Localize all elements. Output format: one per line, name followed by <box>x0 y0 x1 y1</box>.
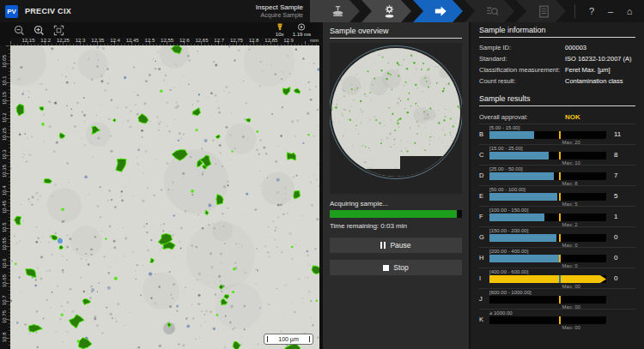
class-bar-zone: [15.00 - 25.00]Max: 10 <box>489 145 606 165</box>
class-range-label: [400.00 - 600.00] <box>489 269 528 274</box>
micrograph-image[interactable]: 100 µm <box>10 45 319 349</box>
zoom-in-icon <box>33 25 45 36</box>
info-label: Standard: <box>479 55 565 63</box>
class-count: 7 <box>606 165 635 185</box>
workflow-step-subtitle: Acquire Sample <box>256 12 303 19</box>
workflow-step-report <box>516 0 566 22</box>
limit-marker <box>559 193 561 201</box>
h-ruler: mm 12.1512.212.2512.312.3512.412.4512.51… <box>10 38 319 45</box>
class-bar-zone: [5.00 - 15.00]Max: 20 <box>489 124 606 144</box>
fit-to-view-icon <box>53 25 64 36</box>
class-range-label: [600.00 - 1000.00] <box>489 290 532 295</box>
sample-overview-map[interactable] <box>330 43 462 194</box>
v-ruler-label: 10.2 <box>2 112 7 123</box>
class-range-label: [5.00 - 15.00] <box>489 125 519 130</box>
class-bar-track <box>489 193 606 201</box>
h-ruler-label: 12.5 <box>145 38 155 43</box>
class-bar-fill <box>489 214 544 221</box>
h-ruler-label: 12.9 <box>283 38 294 43</box>
class-count: 0 <box>606 248 635 268</box>
class-count <box>606 289 635 309</box>
stop-label: Stop <box>393 263 409 272</box>
limit-marker <box>559 214 561 221</box>
zoom-out-button[interactable] <box>12 24 26 37</box>
class-bar-zone: [100.00 - 150.00]Max: 2 <box>489 207 606 226</box>
report-icon <box>537 4 551 19</box>
class-letter: G <box>479 227 489 247</box>
class-bar-zone: [50.00 - 100.00]Max: 5 <box>489 186 606 206</box>
exposure-indicator: 1.19 ms <box>293 23 311 37</box>
class-bar-fill <box>489 152 549 159</box>
objective-indicator: 10x <box>276 23 284 37</box>
info-value: 000003 <box>565 44 586 51</box>
class-count: 0 <box>606 227 635 247</box>
pause-icon <box>380 242 386 249</box>
class-bar-track <box>489 131 606 139</box>
limit-marker <box>559 152 561 159</box>
class-range-label: ≥ 1000.00 <box>489 310 513 316</box>
fit-to-view-button[interactable] <box>52 24 65 37</box>
class-row: B[5.00 - 15.00]Max: 2011 <box>479 123 635 144</box>
class-letter: C <box>479 145 489 165</box>
workflow-step-acquire[interactable] <box>413 0 463 22</box>
help-button[interactable]: ? <box>584 6 599 16</box>
v-ruler-label: 10.35 <box>2 165 7 178</box>
class-rows: B[5.00 - 15.00]Max: 2011C[15.00 - 25.00]… <box>479 123 635 329</box>
workflow-step-settings[interactable] <box>361 0 411 22</box>
class-row: H[200.00 - 400.00]Max: 00 <box>479 247 635 268</box>
h-ruler-label: 12.7 <box>214 38 224 43</box>
class-row: K≥ 1000.00Max: 00 <box>479 309 635 329</box>
class-bar-zone: ≥ 1000.00Max: 00 <box>489 310 606 329</box>
acquisition-status: Acquiring sample... <box>330 200 462 208</box>
class-row: J[600.00 - 1000.00]Max: 00 <box>479 288 635 309</box>
class-bar-track <box>489 255 606 262</box>
class-range-label: [100.00 - 150.00] <box>489 208 528 213</box>
minimize-button[interactable]: – <box>603 6 618 16</box>
h-ruler-label: 12.55 <box>161 38 173 43</box>
overall-approval-row: Overall approval: NOK <box>479 111 635 123</box>
class-bar-zone: [600.00 - 1000.00]Max: 00 <box>489 289 606 309</box>
home-button[interactable]: ⌂ <box>622 6 637 16</box>
h-ruler-label: 12.4 <box>110 38 120 43</box>
workflow-step-label: Inspect Sample Acquire Sample <box>256 3 303 18</box>
sample-results-panel: Sample information Sample ID:000003Stand… <box>471 22 644 349</box>
class-range-label: [150.00 - 200.00] <box>489 228 528 233</box>
class-bar-fill <box>489 131 534 139</box>
limit-marker <box>559 131 561 139</box>
class-bar-track <box>489 152 606 159</box>
class-letter: D <box>479 165 489 185</box>
h-ruler-label: 12.45 <box>126 38 139 43</box>
v-ruler: 10.0510.110.1510.210.2510.310.3510.410.4… <box>0 45 10 349</box>
overall-approval-value: NOK <box>565 113 580 121</box>
viewer-toolbar: 10x 1.19 ms <box>0 22 319 38</box>
class-count: 5 <box>606 186 635 206</box>
pause-button[interactable]: Pause <box>330 238 462 253</box>
class-bar-track <box>489 316 606 324</box>
h-ruler-label: 12.35 <box>91 38 104 43</box>
class-letter: J <box>479 289 489 309</box>
zoom-in-button[interactable] <box>32 24 46 37</box>
info-row: Classification measurement:Feret Max. [µ… <box>479 64 635 75</box>
limit-marker <box>559 316 561 324</box>
class-row: F[100.00 - 150.00]Max: 21 <box>479 206 635 226</box>
class-row: D[25.00 - 50.00]Max: 87 <box>479 165 635 185</box>
app-title: PRECIV CIX <box>25 7 71 15</box>
class-count: 11 <box>606 124 635 144</box>
class-letter: B <box>479 124 489 144</box>
stop-button[interactable]: Stop <box>330 260 462 275</box>
class-bar-zone: [25.00 - 50.00]Max: 8 <box>489 165 606 185</box>
info-row: Count result:Contamination class <box>479 75 635 87</box>
window-controls: ? – ⌂ <box>574 4 637 18</box>
workflow-steps <box>310 0 566 22</box>
h-ruler-label: 12.2 <box>40 38 51 43</box>
h-ruler-label: 12.65 <box>195 38 208 43</box>
workflow-step-prepare[interactable] <box>310 0 360 22</box>
objective-icon <box>276 23 284 31</box>
class-letter: E <box>479 186 489 206</box>
class-bar-fill <box>489 234 556 242</box>
v-ruler-label: 10.45 <box>2 201 7 214</box>
h-ruler-label: 12.3 <box>76 38 86 43</box>
h-ruler-label: 12.75 <box>230 38 243 43</box>
v-ruler-label: 10.6 <box>2 259 7 269</box>
exposure-value: 1.19 ms <box>293 32 311 37</box>
